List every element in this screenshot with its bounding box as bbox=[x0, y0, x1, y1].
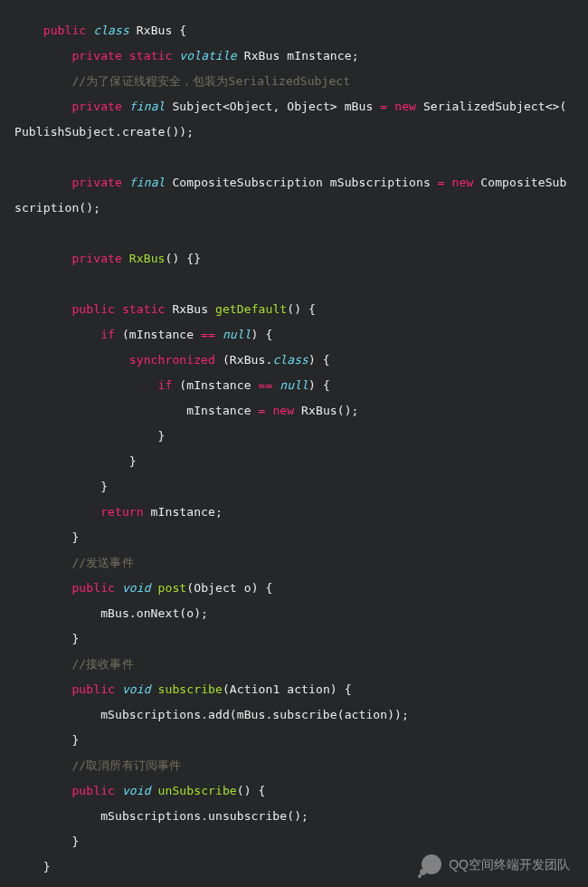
watermark-text: QQ空间终端开发团队 bbox=[449, 857, 570, 873]
wechat-icon bbox=[418, 854, 443, 876]
wechat-watermark: QQ空间终端开发团队 bbox=[418, 854, 570, 876]
code-block: public class RxBus { private static vola… bbox=[0, 0, 588, 887]
